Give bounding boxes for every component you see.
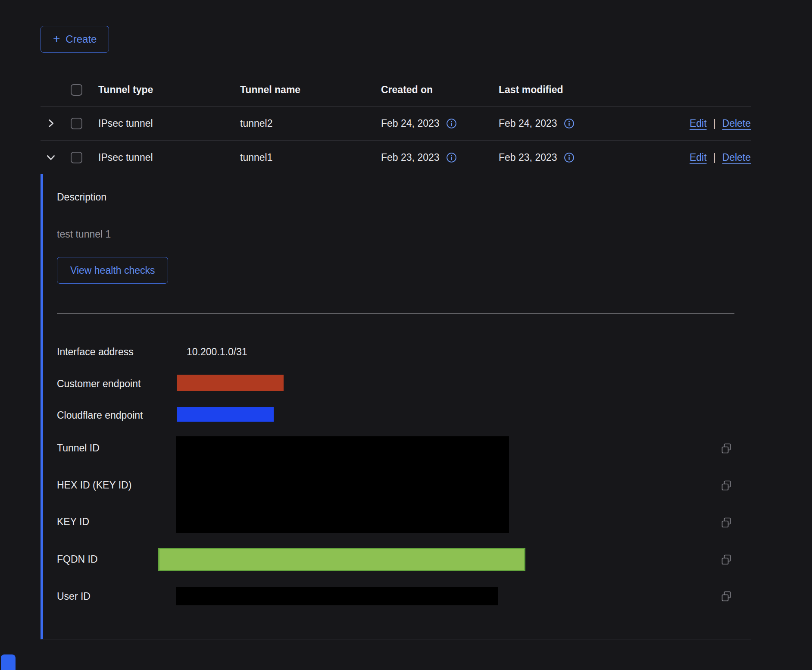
info-icon[interactable] [446, 118, 457, 129]
create-button-label: Create [66, 33, 97, 45]
link-separator: | [713, 118, 716, 129]
last-modified-value: Feb 24, 2023 [499, 118, 557, 129]
tunnels-table: Tunnel type Tunnel name Created on Last … [41, 73, 751, 639]
tunnel-id-label: Tunnel ID [57, 442, 100, 454]
copy-tunnel-id-icon[interactable] [720, 442, 733, 455]
fqdn-id-label: FQDN ID [57, 554, 98, 565]
delete-link[interactable]: Delete [722, 152, 751, 163]
tunnel-type-value: IPsec tunnel [98, 152, 240, 163]
interface-address-label: Interface address [57, 346, 134, 358]
view-health-checks-button[interactable]: View health checks [57, 257, 168, 284]
fqdn-id-redacted-value [158, 548, 525, 571]
user-id-redacted-value [176, 587, 498, 605]
header-created-on: Created on [381, 84, 499, 96]
select-all-checkbox[interactable] [71, 84, 82, 96]
row-checkbox[interactable] [71, 152, 82, 163]
corner-widget-button[interactable] [1, 654, 16, 670]
info-icon[interactable] [446, 152, 457, 163]
tunnel-name-value: tunnel2 [240, 118, 381, 129]
user-id-label: User ID [57, 591, 91, 602]
plus-icon: + [53, 33, 60, 45]
created-on-value: Feb 24, 2023 [381, 118, 440, 129]
tunnel-type-value: IPsec tunnel [98, 118, 240, 129]
header-last-modified: Last modified [499, 84, 652, 96]
copy-user-id-icon[interactable] [720, 590, 733, 603]
cloudflare-endpoint-label: Cloudflare endpoint [57, 410, 143, 421]
description-label: Description [57, 191, 106, 203]
info-icon[interactable] [564, 152, 575, 163]
copy-hex-id-icon[interactable] [720, 479, 733, 492]
interface-address-value: 10.200.1.0/31 [187, 346, 247, 358]
tunnel-name-value: tunnel1 [240, 152, 381, 163]
expand-toggle[interactable] [41, 117, 61, 129]
key-id-label: KEY ID [57, 516, 89, 528]
cloudflare-endpoint-redacted-value [177, 407, 274, 422]
tunnel-hex-key-ids-redacted-value [176, 436, 509, 533]
description-value: test tunnel 1 [57, 229, 111, 240]
create-button[interactable]: + Create [41, 26, 109, 53]
delete-link[interactable]: Delete [722, 118, 751, 129]
edit-link[interactable]: Edit [690, 118, 707, 129]
tunnels-page: + Create Tunnel type Tunnel name Created… [0, 0, 812, 670]
customer-endpoint-redacted-value [177, 375, 284, 391]
header-tunnel-name: Tunnel name [240, 84, 381, 96]
hex-id-label: HEX ID (KEY ID) [57, 479, 131, 491]
copy-key-id-icon[interactable] [720, 516, 733, 529]
header-tunnel-type: Tunnel type [98, 84, 240, 96]
collapse-toggle[interactable] [41, 151, 61, 163]
row-checkbox[interactable] [71, 118, 82, 129]
table-row-tunnel1: IPsec tunnel tunnel1 Feb 23, 2023 Feb 23… [41, 141, 751, 174]
last-modified-value: Feb 23, 2023 [499, 152, 557, 163]
info-icon[interactable] [564, 118, 575, 129]
chevron-right-icon [45, 117, 57, 129]
edit-link[interactable]: Edit [690, 152, 707, 163]
created-on-value: Feb 23, 2023 [381, 152, 440, 163]
tunnel-detail-panel: Description test tunnel 1 View health ch… [41, 174, 751, 639]
link-separator: | [713, 152, 716, 163]
table-header-row: Tunnel type Tunnel name Created on Last … [41, 73, 751, 106]
table-row-tunnel2: IPsec tunnel tunnel2 Feb 24, 2023 Feb 24… [41, 106, 751, 141]
customer-endpoint-label: Customer endpoint [57, 378, 141, 390]
copy-fqdn-id-icon[interactable] [720, 553, 733, 566]
section-divider [57, 313, 734, 313]
chevron-down-icon [45, 151, 57, 163]
